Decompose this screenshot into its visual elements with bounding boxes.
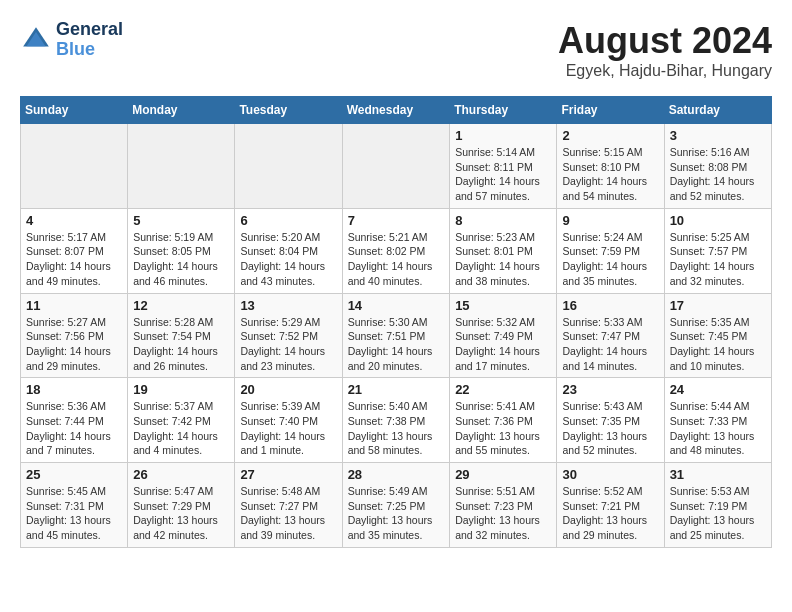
day-number: 20	[240, 382, 336, 397]
week-row-1: 1Sunrise: 5:14 AM Sunset: 8:11 PM Daylig…	[21, 124, 772, 209]
day-number: 13	[240, 298, 336, 313]
day-number: 6	[240, 213, 336, 228]
weekday-header-friday: Friday	[557, 97, 664, 124]
calendar-cell: 14Sunrise: 5:30 AM Sunset: 7:51 PM Dayli…	[342, 293, 450, 378]
calendar-cell: 21Sunrise: 5:40 AM Sunset: 7:38 PM Dayli…	[342, 378, 450, 463]
calendar-cell: 20Sunrise: 5:39 AM Sunset: 7:40 PM Dayli…	[235, 378, 342, 463]
calendar-cell: 6Sunrise: 5:20 AM Sunset: 8:04 PM Daylig…	[235, 208, 342, 293]
day-number: 17	[670, 298, 766, 313]
weekday-header-thursday: Thursday	[450, 97, 557, 124]
calendar-cell: 4Sunrise: 5:17 AM Sunset: 8:07 PM Daylig…	[21, 208, 128, 293]
day-number: 11	[26, 298, 122, 313]
day-number: 31	[670, 467, 766, 482]
calendar-cell: 30Sunrise: 5:52 AM Sunset: 7:21 PM Dayli…	[557, 463, 664, 548]
week-row-3: 11Sunrise: 5:27 AM Sunset: 7:56 PM Dayli…	[21, 293, 772, 378]
day-number: 19	[133, 382, 229, 397]
calendar-cell: 1Sunrise: 5:14 AM Sunset: 8:11 PM Daylig…	[450, 124, 557, 209]
day-info: Sunrise: 5:25 AM Sunset: 7:57 PM Dayligh…	[670, 230, 766, 289]
day-info: Sunrise: 5:45 AM Sunset: 7:31 PM Dayligh…	[26, 484, 122, 543]
calendar-cell: 19Sunrise: 5:37 AM Sunset: 7:42 PM Dayli…	[128, 378, 235, 463]
calendar-cell	[235, 124, 342, 209]
calendar-cell: 29Sunrise: 5:51 AM Sunset: 7:23 PM Dayli…	[450, 463, 557, 548]
day-info: Sunrise: 5:33 AM Sunset: 7:47 PM Dayligh…	[562, 315, 658, 374]
day-number: 4	[26, 213, 122, 228]
title-block: August 2024 Egyek, Hajdu-Bihar, Hungary	[558, 20, 772, 80]
day-info: Sunrise: 5:28 AM Sunset: 7:54 PM Dayligh…	[133, 315, 229, 374]
calendar-cell: 17Sunrise: 5:35 AM Sunset: 7:45 PM Dayli…	[664, 293, 771, 378]
weekday-header-monday: Monday	[128, 97, 235, 124]
day-number: 18	[26, 382, 122, 397]
day-info: Sunrise: 5:39 AM Sunset: 7:40 PM Dayligh…	[240, 399, 336, 458]
calendar-table: SundayMondayTuesdayWednesdayThursdayFrid…	[20, 96, 772, 548]
day-number: 22	[455, 382, 551, 397]
day-number: 14	[348, 298, 445, 313]
day-info: Sunrise: 5:17 AM Sunset: 8:07 PM Dayligh…	[26, 230, 122, 289]
day-number: 5	[133, 213, 229, 228]
day-number: 9	[562, 213, 658, 228]
calendar-cell: 9Sunrise: 5:24 AM Sunset: 7:59 PM Daylig…	[557, 208, 664, 293]
main-title: August 2024	[558, 20, 772, 62]
calendar-cell: 31Sunrise: 5:53 AM Sunset: 7:19 PM Dayli…	[664, 463, 771, 548]
day-info: Sunrise: 5:52 AM Sunset: 7:21 PM Dayligh…	[562, 484, 658, 543]
day-info: Sunrise: 5:41 AM Sunset: 7:36 PM Dayligh…	[455, 399, 551, 458]
week-row-4: 18Sunrise: 5:36 AM Sunset: 7:44 PM Dayli…	[21, 378, 772, 463]
day-info: Sunrise: 5:49 AM Sunset: 7:25 PM Dayligh…	[348, 484, 445, 543]
day-number: 1	[455, 128, 551, 143]
calendar-cell: 3Sunrise: 5:16 AM Sunset: 8:08 PM Daylig…	[664, 124, 771, 209]
logo-text: General Blue	[56, 20, 123, 60]
day-number: 28	[348, 467, 445, 482]
day-number: 21	[348, 382, 445, 397]
logo-icon	[20, 24, 52, 56]
calendar-cell: 18Sunrise: 5:36 AM Sunset: 7:44 PM Dayli…	[21, 378, 128, 463]
calendar-cell: 8Sunrise: 5:23 AM Sunset: 8:01 PM Daylig…	[450, 208, 557, 293]
day-number: 24	[670, 382, 766, 397]
calendar-header: SundayMondayTuesdayWednesdayThursdayFrid…	[21, 97, 772, 124]
day-info: Sunrise: 5:20 AM Sunset: 8:04 PM Dayligh…	[240, 230, 336, 289]
day-info: Sunrise: 5:32 AM Sunset: 7:49 PM Dayligh…	[455, 315, 551, 374]
day-number: 10	[670, 213, 766, 228]
logo: General Blue	[20, 20, 123, 60]
day-info: Sunrise: 5:21 AM Sunset: 8:02 PM Dayligh…	[348, 230, 445, 289]
day-info: Sunrise: 5:36 AM Sunset: 7:44 PM Dayligh…	[26, 399, 122, 458]
day-info: Sunrise: 5:47 AM Sunset: 7:29 PM Dayligh…	[133, 484, 229, 543]
calendar-cell	[128, 124, 235, 209]
day-number: 8	[455, 213, 551, 228]
weekday-header-wednesday: Wednesday	[342, 97, 450, 124]
calendar-cell: 23Sunrise: 5:43 AM Sunset: 7:35 PM Dayli…	[557, 378, 664, 463]
calendar-cell	[342, 124, 450, 209]
day-info: Sunrise: 5:30 AM Sunset: 7:51 PM Dayligh…	[348, 315, 445, 374]
weekday-row: SundayMondayTuesdayWednesdayThursdayFrid…	[21, 97, 772, 124]
day-info: Sunrise: 5:48 AM Sunset: 7:27 PM Dayligh…	[240, 484, 336, 543]
day-info: Sunrise: 5:51 AM Sunset: 7:23 PM Dayligh…	[455, 484, 551, 543]
calendar-cell: 10Sunrise: 5:25 AM Sunset: 7:57 PM Dayli…	[664, 208, 771, 293]
calendar-cell: 24Sunrise: 5:44 AM Sunset: 7:33 PM Dayli…	[664, 378, 771, 463]
week-row-2: 4Sunrise: 5:17 AM Sunset: 8:07 PM Daylig…	[21, 208, 772, 293]
day-info: Sunrise: 5:35 AM Sunset: 7:45 PM Dayligh…	[670, 315, 766, 374]
day-number: 12	[133, 298, 229, 313]
week-row-5: 25Sunrise: 5:45 AM Sunset: 7:31 PM Dayli…	[21, 463, 772, 548]
calendar-cell: 25Sunrise: 5:45 AM Sunset: 7:31 PM Dayli…	[21, 463, 128, 548]
calendar-cell: 7Sunrise: 5:21 AM Sunset: 8:02 PM Daylig…	[342, 208, 450, 293]
weekday-header-tuesday: Tuesday	[235, 97, 342, 124]
day-info: Sunrise: 5:19 AM Sunset: 8:05 PM Dayligh…	[133, 230, 229, 289]
day-number: 16	[562, 298, 658, 313]
day-info: Sunrise: 5:53 AM Sunset: 7:19 PM Dayligh…	[670, 484, 766, 543]
weekday-header-saturday: Saturday	[664, 97, 771, 124]
day-number: 26	[133, 467, 229, 482]
day-number: 15	[455, 298, 551, 313]
day-info: Sunrise: 5:43 AM Sunset: 7:35 PM Dayligh…	[562, 399, 658, 458]
calendar-cell: 28Sunrise: 5:49 AM Sunset: 7:25 PM Dayli…	[342, 463, 450, 548]
day-number: 23	[562, 382, 658, 397]
day-info: Sunrise: 5:27 AM Sunset: 7:56 PM Dayligh…	[26, 315, 122, 374]
day-info: Sunrise: 5:44 AM Sunset: 7:33 PM Dayligh…	[670, 399, 766, 458]
day-info: Sunrise: 5:24 AM Sunset: 7:59 PM Dayligh…	[562, 230, 658, 289]
day-info: Sunrise: 5:29 AM Sunset: 7:52 PM Dayligh…	[240, 315, 336, 374]
day-info: Sunrise: 5:40 AM Sunset: 7:38 PM Dayligh…	[348, 399, 445, 458]
calendar-cell: 5Sunrise: 5:19 AM Sunset: 8:05 PM Daylig…	[128, 208, 235, 293]
day-info: Sunrise: 5:37 AM Sunset: 7:42 PM Dayligh…	[133, 399, 229, 458]
day-number: 7	[348, 213, 445, 228]
day-number: 25	[26, 467, 122, 482]
day-info: Sunrise: 5:14 AM Sunset: 8:11 PM Dayligh…	[455, 145, 551, 204]
weekday-header-sunday: Sunday	[21, 97, 128, 124]
calendar-cell: 22Sunrise: 5:41 AM Sunset: 7:36 PM Dayli…	[450, 378, 557, 463]
